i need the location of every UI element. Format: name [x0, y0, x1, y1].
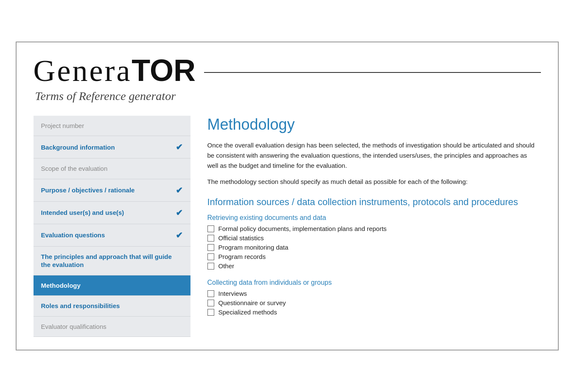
sidebar-item-label: The principles and approach that will gu…: [41, 253, 183, 269]
sidebar-item-label: Background information: [41, 143, 176, 152]
list-item[interactable]: Questionnaire or survey: [207, 299, 537, 306]
subtitle: Terms of Reference generator: [35, 89, 541, 103]
sidebar-item-principles[interactable]: The principles and approach that will gu…: [34, 247, 190, 275]
checkbox-icon[interactable]: [207, 263, 214, 270]
list-item[interactable]: Interviews: [207, 290, 537, 297]
content-intro: Once the overall evaluation design has b…: [207, 140, 537, 171]
list-item-label: Formal policy documents, implementation …: [218, 225, 387, 232]
subsection2-heading: Collecting data from individuals or grou…: [207, 279, 537, 286]
list-item[interactable]: Program monitoring data: [207, 244, 537, 251]
checkbox-icon[interactable]: [207, 235, 214, 242]
sidebar-item-label: Evaluator qualifications: [41, 322, 183, 331]
list-item-label: Specialized methods: [218, 309, 277, 316]
list-item-label: Program records: [218, 253, 266, 260]
list-item-label: Official statistics: [218, 234, 264, 242]
list-item[interactable]: Formal policy documents, implementation …: [207, 225, 537, 232]
sidebar-item-evaluation-questions[interactable]: Evaluation questions✔: [34, 224, 190, 247]
list-item-label: Interviews: [218, 290, 247, 297]
sidebar-item-background-information[interactable]: Background information✔: [34, 136, 190, 158]
sidebar-item-label: Roles and responsibilities: [41, 302, 183, 310]
list-item-label: Questionnaire or survey: [218, 299, 286, 306]
checkbox-icon[interactable]: [207, 309, 214, 316]
checkbox-icon[interactable]: [207, 244, 214, 251]
content-title: Methodology: [207, 116, 537, 133]
sidebar-item-label: Project number: [41, 122, 183, 130]
check-icon: ✔: [176, 142, 183, 152]
checkbox-icon[interactable]: [207, 290, 214, 297]
logo-light-part: Genera: [34, 54, 132, 88]
subsection2-list: InterviewsQuestionnaire or surveySpecial…: [207, 290, 537, 316]
checkbox-icon[interactable]: [207, 253, 214, 260]
logo-line: GeneraTOR: [34, 55, 541, 86]
sidebar-item-label: Scope of the evaluation: [41, 164, 183, 173]
checkbox-icon[interactable]: [207, 225, 214, 232]
list-item[interactable]: Program records: [207, 253, 537, 260]
subsection1-list: Formal policy documents, implementation …: [207, 225, 537, 270]
content-area: Methodology Once the overall evaluation …: [203, 116, 541, 337]
check-icon: ✔: [176, 185, 183, 195]
check-icon: ✔: [176, 208, 183, 218]
logo-bold-part: TOR: [132, 53, 196, 87]
list-item[interactable]: Specialized methods: [207, 309, 537, 316]
sidebar-item-project-number[interactable]: Project number: [34, 116, 190, 136]
subsection1-heading: Retrieving existing documents and data: [207, 214, 537, 222]
sidebar: Project numberBackground information✔Sco…: [34, 116, 190, 337]
sidebar-item-methodology[interactable]: Methodology: [34, 275, 190, 296]
sidebar-item-scope[interactable]: Scope of the evaluation: [34, 158, 190, 179]
checkbox-icon[interactable]: [207, 300, 214, 306]
content-secondary: The methodology section should specify a…: [207, 177, 537, 187]
list-item-label: Program monitoring data: [218, 244, 288, 251]
sidebar-item-purpose[interactable]: Purpose / objectives / rationale✔: [34, 179, 190, 202]
main-layout: Project numberBackground information✔Sco…: [34, 116, 541, 337]
check-icon: ✔: [176, 230, 183, 240]
logo-divider: [204, 72, 540, 73]
header: GeneraTOR Terms of Reference generator: [34, 55, 541, 103]
logo: GeneraTOR: [34, 55, 196, 86]
list-item[interactable]: Official statistics: [207, 234, 537, 242]
list-item[interactable]: Other: [207, 262, 537, 270]
main-container: GeneraTOR Terms of Reference generator P…: [16, 42, 559, 351]
section1-heading: Information sources / data collection in…: [207, 196, 537, 209]
sidebar-item-label: Purpose / objectives / rationale: [41, 186, 176, 195]
sidebar-item-evaluator-qualifications[interactable]: Evaluator qualifications: [34, 317, 190, 337]
list-item-label: Other: [218, 262, 235, 270]
sidebar-item-label: Intended user(s) and use(s): [41, 209, 176, 217]
sidebar-item-label: Evaluation questions: [41, 231, 176, 239]
sidebar-item-label: Methodology: [41, 281, 183, 290]
sidebar-item-intended-users[interactable]: Intended user(s) and use(s)✔: [34, 202, 190, 224]
sidebar-item-roles[interactable]: Roles and responsibilities: [34, 296, 190, 317]
